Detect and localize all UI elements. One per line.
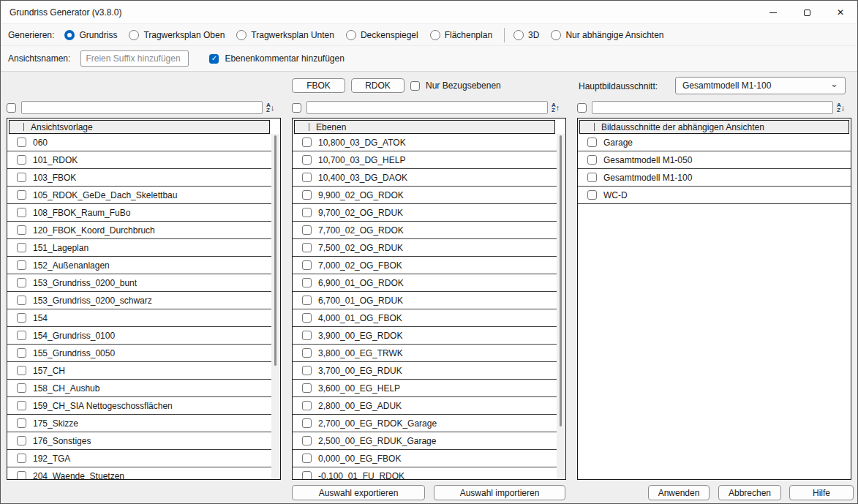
list-item[interactable]: 154_Grundriss_0100	[7, 327, 271, 345]
list-item[interactable]: 204_Waende_Stuetzen	[7, 467, 271, 479]
bildausschnitte-header[interactable]: Bildausschnitte der abhängigen Ansichten	[579, 120, 849, 134]
suffix-input[interactable]	[80, 50, 189, 67]
sort-az-descending-icon[interactable]: A Z ↓	[837, 102, 845, 113]
row-checkbox[interactable]	[17, 225, 26, 235]
list-item[interactable]: 120_FBOK_Koord_Durchbruch	[7, 222, 271, 239]
apply-button[interactable]: Anwenden	[648, 485, 710, 500]
fbok-button[interactable]: FBOK	[292, 78, 345, 93]
list-item[interactable]: 159_CH_SIA Nettogeschossflächen	[7, 397, 271, 415]
list-item[interactable]: 108_FBOK_Raum_FuBo	[7, 204, 271, 222]
cancel-button[interactable]: Abbrechen	[718, 485, 781, 500]
row-checkbox[interactable]	[17, 173, 26, 182]
generate-radio-option[interactable]: Nur abhängige Ansichten	[551, 30, 663, 40]
row-checkbox[interactable]	[17, 383, 26, 393]
list-item[interactable]: 060	[7, 134, 271, 151]
row-checkbox[interactable]	[302, 260, 312, 270]
list-item[interactable]: 10,400_03_DG_DAOK	[293, 169, 557, 187]
list-item[interactable]: 6,900_01_OG_RDOK	[293, 274, 557, 292]
row-checkbox[interactable]	[302, 208, 312, 217]
row-checkbox[interactable]	[302, 173, 312, 182]
list-item[interactable]: 175_Skizze	[7, 415, 271, 432]
list-item[interactable]: 155_Grundriss_0050	[7, 345, 271, 362]
row-checkbox[interactable]	[587, 155, 597, 165]
row-checkbox[interactable]	[587, 138, 597, 147]
bildausschnitte-search-input[interactable]	[592, 101, 833, 114]
row-checkbox[interactable]	[302, 383, 312, 393]
hauptbildausschnitt-select[interactable]: Gesamtmodell M1-100 ⌄	[675, 77, 846, 94]
scrollbar-thumb[interactable]	[560, 135, 562, 426]
maximize-button[interactable]	[790, 1, 824, 24]
row-checkbox[interactable]	[302, 331, 312, 340]
list-item[interactable]: 154	[7, 309, 271, 327]
list-item[interactable]: 7,000_02_OG_FBOK	[293, 257, 557, 274]
ansichtsvorlage-search-input[interactable]	[21, 101, 263, 114]
list-item[interactable]: 7,700_02_OG_RDOK	[293, 222, 557, 239]
list-item[interactable]: 9,700_02_OG_RDUK	[293, 204, 557, 222]
row-checkbox[interactable]	[302, 138, 312, 147]
row-checkbox[interactable]	[302, 155, 312, 165]
row-checkbox[interactable]	[587, 190, 597, 200]
close-button[interactable]: ✕	[824, 1, 857, 24]
row-checkbox[interactable]	[302, 401, 312, 410]
ebenen-select-all-checkbox[interactable]	[292, 103, 301, 113]
generate-radio-option[interactable]: Grundriss	[64, 30, 117, 40]
list-item[interactable]: 2,800_00_EG_ADUK	[293, 397, 557, 415]
help-button[interactable]: Hilfe	[789, 485, 854, 500]
ebenenkommentar-option[interactable]: ✓ Ebenenkommentar hinzufügen	[209, 53, 344, 64]
list-item[interactable]: Garage	[578, 134, 851, 151]
rdok-button[interactable]: RDOK	[351, 78, 404, 93]
generate-radio-option[interactable]: 3D	[513, 30, 539, 40]
nur-bezugsebenen-checkbox[interactable]	[410, 81, 420, 91]
list-item[interactable]: 3,900_00_EG_RDOK	[293, 327, 557, 345]
row-checkbox[interactable]	[17, 401, 26, 410]
row-checkbox[interactable]	[302, 454, 312, 463]
ansichtsvorlage-header[interactable]: Ansichtsvorlage	[9, 120, 270, 134]
row-checkbox[interactable]	[17, 471, 26, 479]
row-checkbox[interactable]	[302, 296, 312, 305]
row-checkbox[interactable]	[302, 436, 312, 445]
row-checkbox[interactable]	[17, 208, 26, 217]
sort-az-ascending-icon[interactable]: A Z ↑	[552, 102, 560, 113]
import-selection-button[interactable]: Auswahl importieren	[434, 485, 565, 500]
row-checkbox[interactable]	[302, 313, 312, 323]
list-item[interactable]: 4,000_01_OG_FBOK	[293, 309, 557, 327]
row-checkbox[interactable]	[17, 436, 26, 445]
row-checkbox[interactable]	[17, 454, 26, 463]
list-item[interactable]: 153_Grundriss_0200_schwarz	[7, 292, 271, 309]
row-checkbox[interactable]	[302, 190, 312, 200]
row-checkbox[interactable]	[17, 243, 26, 252]
list-item[interactable]: 105_RDOK_GeDe_Dach_Skelettbau	[7, 187, 271, 204]
scrollbar-track[interactable]	[557, 134, 565, 478]
list-item[interactable]: 0,000_00_EG_FBOK	[293, 450, 557, 467]
generate-radio-option[interactable]: Flächenplan	[430, 30, 492, 40]
list-item[interactable]: 2,500_00_EG_RDUK_Garage	[293, 432, 557, 450]
list-item[interactable]: 151_Lageplan	[7, 239, 271, 257]
list-item[interactable]: Gesamtmodell M1-100	[578, 169, 851, 187]
row-checkbox[interactable]	[17, 366, 26, 375]
row-checkbox[interactable]	[17, 331, 26, 340]
ebenen-header[interactable]: Ebenen	[294, 120, 555, 134]
row-checkbox[interactable]	[302, 366, 312, 375]
scrollbar-thumb[interactable]	[274, 135, 276, 366]
list-item[interactable]: 152_Außenanlagen	[7, 257, 271, 274]
row-checkbox[interactable]	[587, 173, 597, 182]
sort-az-descending-icon[interactable]: A Z ↓	[266, 102, 274, 113]
list-item[interactable]: WC-D	[578, 187, 851, 204]
nur-bezugsebenen-option[interactable]: Nur Bezugsebenen	[410, 80, 501, 91]
list-item[interactable]: 103_FBOK	[7, 169, 271, 187]
row-checkbox[interactable]	[17, 138, 26, 147]
generate-radio-option[interactable]: Tragwerksplan Unten	[236, 30, 334, 40]
row-checkbox[interactable]	[17, 260, 26, 270]
row-checkbox[interactable]	[17, 313, 26, 323]
bildausschnitte-select-all-checkbox[interactable]	[577, 103, 587, 113]
row-checkbox[interactable]	[17, 348, 26, 358]
list-item[interactable]: 3,600_00_EG_HELP	[293, 380, 557, 397]
row-checkbox[interactable]	[17, 155, 26, 165]
list-item[interactable]: Gesamtmodell M1-050	[578, 151, 851, 169]
list-item[interactable]: -0,100_01_FU_RDOK	[293, 467, 557, 479]
generate-radio-option[interactable]: Tragwerksplan Oben	[129, 30, 225, 40]
ebenenkommentar-checkbox[interactable]: ✓	[209, 54, 219, 64]
list-item[interactable]: 157_CH	[7, 362, 271, 380]
row-checkbox[interactable]	[302, 225, 312, 235]
export-selection-button[interactable]: Auswahl exportieren	[292, 485, 425, 500]
